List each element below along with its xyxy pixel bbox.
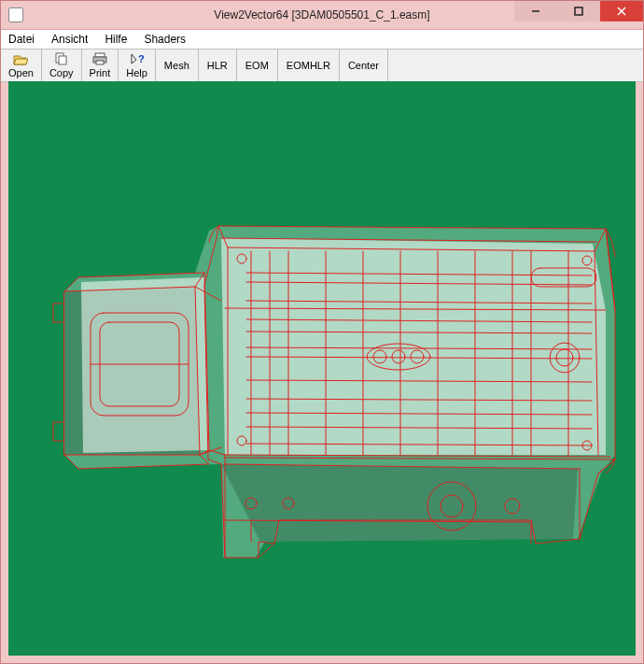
eomhlr-button[interactable]: EOMHLR — [278, 49, 340, 81]
hlr-label: HLR — [207, 59, 228, 72]
open-button[interactable]: Open — [1, 49, 42, 81]
toolbar-spacer — [388, 49, 643, 81]
mesh-label: Mesh — [164, 59, 189, 72]
minimize-icon — [531, 7, 540, 16]
print-icon — [92, 51, 107, 66]
svg-rect-5 — [59, 56, 66, 64]
maximize-button[interactable] — [557, 1, 600, 21]
center-button[interactable]: Center — [340, 49, 388, 81]
menu-bar: Datei Ansicht Hilfe Shaders — [1, 29, 643, 49]
help-button[interactable]: ? Help — [119, 49, 156, 81]
menu-help[interactable]: Hilfe — [103, 32, 129, 47]
copy-label: Copy — [49, 66, 74, 79]
minimize-button[interactable] — [514, 1, 557, 21]
center-label: Center — [348, 59, 379, 72]
eom-button[interactable]: EOM — [237, 49, 278, 81]
svg-rect-6 — [95, 53, 105, 57]
open-icon — [13, 51, 28, 66]
model-render — [8, 81, 636, 656]
viewport-container — [8, 81, 636, 656]
toolbar: Open Copy Print ? Help Mesh HLR EOM — [1, 49, 643, 82]
window-controls — [514, 1, 643, 21]
menu-view[interactable]: Ansicht — [49, 32, 90, 47]
copy-button[interactable]: Copy — [42, 49, 82, 81]
app-icon — [8, 7, 23, 22]
maximize-icon — [574, 7, 583, 16]
eomhlr-label: EOMHLR — [287, 59, 330, 72]
print-button[interactable]: Print — [82, 49, 119, 81]
viewport-3d[interactable] — [8, 81, 636, 656]
print-label: Print — [90, 66, 111, 79]
app-window: View2Vector64 [3DAM0505501_C_1.easm] Dat… — [0, 0, 644, 664]
help-label: Help — [126, 66, 147, 79]
close-icon — [617, 7, 626, 16]
title-bar: View2Vector64 [3DAM0505501_C_1.easm] — [1, 1, 643, 29]
svg-text:?: ? — [138, 53, 145, 64]
svg-rect-1 — [575, 7, 582, 15]
menu-shaders[interactable]: Shaders — [142, 32, 188, 47]
copy-icon — [54, 51, 69, 66]
menu-file[interactable]: Datei — [7, 32, 36, 47]
eom-label: EOM — [245, 59, 269, 72]
hlr-button[interactable]: HLR — [199, 49, 237, 81]
close-button[interactable] — [600, 1, 643, 21]
help-icon: ? — [130, 51, 145, 66]
mesh-button[interactable]: Mesh — [156, 49, 199, 81]
svg-rect-8 — [96, 61, 104, 64]
open-label: Open — [8, 66, 34, 79]
